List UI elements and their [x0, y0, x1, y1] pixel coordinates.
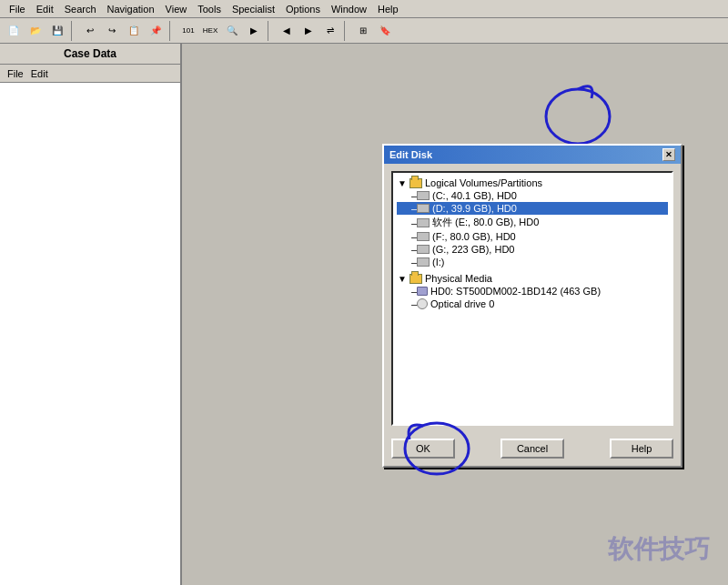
toolbar-separator-1 — [71, 21, 76, 41]
tree-item-i[interactable]: — (I:) — [397, 256, 668, 268]
tb-copy[interactable]: 📋 — [124, 21, 144, 41]
tree-item-optical[interactable]: — Optical drive 0 — [397, 298, 668, 310]
tb-hex[interactable]: HEX — [200, 21, 220, 41]
menu-view[interactable]: View — [160, 2, 193, 16]
menu-edit[interactable]: Edit — [31, 2, 59, 16]
tree-item-e[interactable]: — 软件 (E:, 80.0 GB), HD0 — [397, 215, 668, 230]
tree-item-g[interactable]: — (G:, 223 GB), HD0 — [397, 243, 668, 256]
tb-paste[interactable]: 📌 — [146, 21, 166, 41]
left-panel-content — [0, 83, 180, 585]
tb-nav-arrows[interactable]: ⇌ — [320, 21, 340, 41]
toolbar-separator-3 — [268, 21, 273, 41]
tb-redo[interactable]: ↪ — [102, 21, 122, 41]
tree-item-hd0-label: HD0: ST500DM002-1BD142 (463 GB) — [430, 286, 601, 297]
tb-undo[interactable]: ↩ — [80, 21, 100, 41]
right-area: Edit Disk ✕ ▼ Logical Volumes/Partitions… — [182, 44, 728, 585]
dialog-body: ▼ Logical Volumes/Partitions — (C:, 40.1… — [384, 164, 681, 433]
tree-item-c[interactable]: — (C:, 40.1 GB), HD0 — [397, 189, 668, 202]
menu-bar: File Edit Search Navigation View Tools S… — [0, 0, 728, 18]
left-menu-file[interactable]: File — [4, 66, 27, 81]
tree-container[interactable]: ▼ Logical Volumes/Partitions — (C:, 40.1… — [391, 171, 673, 426]
tb-nav-next[interactable]: ▶ — [298, 21, 318, 41]
menu-navigation[interactable]: Navigation — [102, 2, 160, 16]
menu-search[interactable]: Search — [59, 2, 102, 16]
optical-drive-icon — [417, 298, 428, 309]
tree-item-i-label: (I:) — [432, 257, 444, 267]
tree-section-physical-label: Physical Media — [425, 273, 492, 284]
watermark: 软件技巧 — [608, 532, 710, 567]
tree-item-hd0[interactable]: — HD0: ST500DM002-1BD142 (463 GB) — [397, 285, 668, 298]
tree-item-optical-label: Optical drive 0 — [430, 298, 494, 309]
menu-options[interactable]: Options — [280, 2, 326, 16]
left-panel: Case Data File Edit — [0, 44, 182, 585]
edit-disk-dialog: Edit Disk ✕ ▼ Logical Volumes/Partitions… — [382, 144, 682, 468]
drive-i-icon — [417, 257, 430, 267]
left-panel-title: Case Data — [0, 44, 180, 65]
tree-item-e-label: 软件 (E:, 80.0 GB), HD0 — [432, 216, 539, 229]
tb-save[interactable]: 💾 — [47, 21, 67, 41]
tb-bookmark[interactable]: 🔖 — [375, 21, 395, 41]
hdd-icon — [417, 287, 428, 296]
tree-section-logical-label: Logical Volumes/Partitions — [425, 177, 542, 188]
tree-item-f[interactable]: — (F:, 80.0 GB), HD0 — [397, 230, 668, 243]
drive-c-icon — [417, 191, 430, 200]
tree-item-d[interactable]: — (D:, 39.9 GB), HD0 — [397, 202, 668, 215]
ok-button[interactable]: OK — [391, 439, 455, 459]
tree-item-g-label: (G:, 223 GB), HD0 — [432, 244, 514, 255]
tree-section-logical[interactable]: ▼ Logical Volumes/Partitions — [397, 177, 668, 189]
drive-f-icon — [417, 232, 430, 241]
svg-point-0 — [546, 89, 610, 144]
tree-item-c-label: (C:, 40.1 GB), HD0 — [432, 190, 517, 201]
cancel-button[interactable]: Cancel — [500, 439, 564, 459]
tree-section-physical[interactable]: ▼ Physical Media — [397, 272, 668, 285]
folder-logical-icon — [410, 178, 422, 188]
expand-logical-icon: ▼ — [397, 177, 408, 188]
tb-grid[interactable]: ⊞ — [353, 21, 373, 41]
tb-101[interactable]: 101 — [178, 21, 198, 41]
annotation-circle-top — [537, 71, 619, 153]
dialog-close-button[interactable]: ✕ — [662, 148, 675, 161]
help-button[interactable]: Help — [610, 439, 673, 459]
tb-goto[interactable]: ▶ — [244, 21, 264, 41]
dialog-buttons: OK Cancel Help — [384, 433, 681, 466]
menu-window[interactable]: Window — [326, 2, 372, 16]
drive-e-icon — [417, 218, 430, 227]
toolbar-separator-4 — [344, 21, 349, 41]
folder-physical-icon — [410, 274, 422, 284]
drive-g-icon — [417, 245, 430, 254]
menu-specialist[interactable]: Specialist — [227, 2, 280, 16]
left-menu-edit[interactable]: Edit — [27, 66, 52, 81]
tb-open[interactable]: 📂 — [25, 21, 46, 41]
tb-new[interactable]: 📄 — [4, 21, 24, 41]
tree-item-d-label: (D:, 39.9 GB), HD0 — [432, 203, 517, 214]
dialog-title: Edit Disk — [389, 149, 432, 160]
toolbar-separator-2 — [169, 21, 175, 41]
tree-item-f-label: (F:, 80.0 GB), HD0 — [432, 231, 516, 242]
tb-search2[interactable]: 🔍 — [222, 21, 242, 41]
menu-tools[interactable]: Tools — [192, 2, 227, 16]
menu-file[interactable]: File — [4, 2, 31, 16]
toolbar: 📄 📂 💾 ↩ ↪ 📋 📌 101 HEX 🔍 ▶ ◀ ▶ ⇌ ⊞ 🔖 — [0, 18, 728, 44]
drive-d-icon — [417, 204, 430, 213]
expand-physical-icon: ▼ — [397, 273, 408, 284]
left-panel-menu: File Edit — [0, 65, 180, 83]
main-area: Case Data File Edit Edit Disk ✕ ▼ — [0, 44, 728, 585]
tb-nav-prev[interactable]: ◀ — [277, 21, 297, 41]
menu-help[interactable]: Help — [372, 2, 404, 16]
dialog-titlebar: Edit Disk ✕ — [384, 146, 681, 164]
